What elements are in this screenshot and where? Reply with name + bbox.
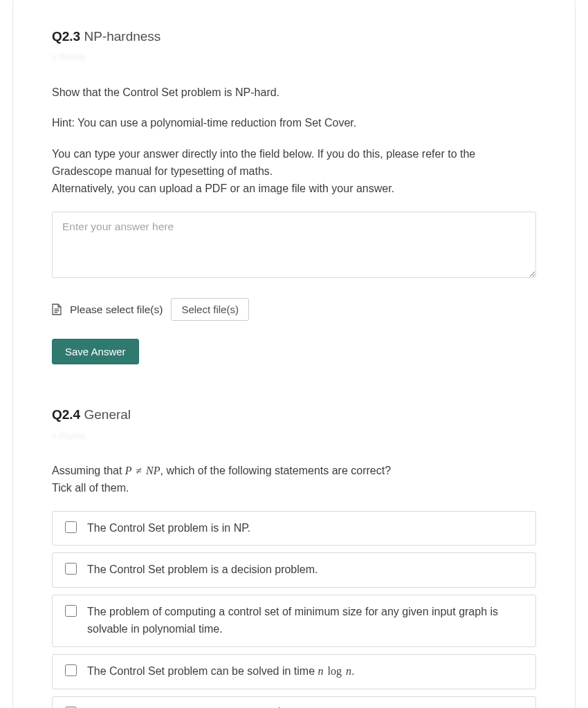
question-2-4: Q2.4 General x Points Assuming that P ≠ …	[52, 404, 536, 708]
option-checkbox[interactable]	[65, 664, 77, 676]
answer-textarea[interactable]	[52, 212, 536, 278]
question-intro: Assuming that P ≠ NP, which of the follo…	[52, 463, 536, 480]
question-number: Q2.4	[52, 407, 80, 422]
question-points: x Points	[52, 50, 536, 64]
question-number: Q2.3	[52, 29, 80, 44]
question-hint: Hint: You can use a polynomial-time redu…	[52, 115, 536, 132]
question-2-3: Q2.3 NP-hardness x Points Show that the …	[52, 26, 536, 364]
intro-post: , which of the following statements are …	[160, 465, 392, 476]
math-pneqnp: P ≠ NP	[125, 465, 160, 476]
question-intro-line2: Tick all of them.	[52, 480, 536, 497]
save-answer-button[interactable]: Save Answer	[52, 339, 139, 364]
file-upload-row: Please select file(s) Select file(s)	[52, 298, 536, 321]
option-text: The Control Set problem is a decision pr…	[87, 561, 318, 579]
file-icon	[52, 304, 62, 315]
option-checkbox[interactable]	[65, 563, 77, 575]
option-checkbox[interactable]	[65, 605, 77, 617]
option-text: The Control Set problem can be solved in…	[87, 663, 354, 680]
question-title: Q2.3 NP-hardness	[52, 26, 536, 46]
option-4[interactable]: A graph G with n vertices has at most nk…	[52, 696, 536, 708]
intro-pre: Assuming that	[52, 465, 125, 476]
option-checkbox[interactable]	[65, 521, 77, 533]
option-text: A graph G with n vertices has at most nk…	[87, 705, 425, 708]
select-files-button[interactable]: Select file(s)	[171, 298, 249, 321]
option-3[interactable]: The Control Set problem can be solved in…	[52, 654, 536, 689]
question-instructions-alt: Alternatively, you can upload a PDF or a…	[52, 180, 536, 198]
question-subtitle: General	[84, 407, 131, 422]
question-instructions: You can type your answer directly into t…	[52, 146, 536, 180]
question-points: x Points	[52, 429, 536, 443]
option-text: The Control Set problem is in NP.	[87, 520, 250, 537]
option-2[interactable]: The problem of computing a control set o…	[52, 595, 536, 647]
option-0[interactable]: The Control Set problem is in NP.	[52, 511, 536, 546]
options-list: The Control Set problem is in NP. The Co…	[52, 511, 536, 708]
file-upload-label: Please select file(s)	[70, 301, 163, 318]
question-text: Show that the Control Set problem is NP-…	[52, 84, 536, 102]
question-title: Q2.4 General	[52, 404, 536, 425]
option-text: The problem of computing a control set o…	[87, 604, 526, 638]
question-subtitle: NP-hardness	[84, 29, 160, 44]
option-1[interactable]: The Control Set problem is a decision pr…	[52, 552, 536, 588]
